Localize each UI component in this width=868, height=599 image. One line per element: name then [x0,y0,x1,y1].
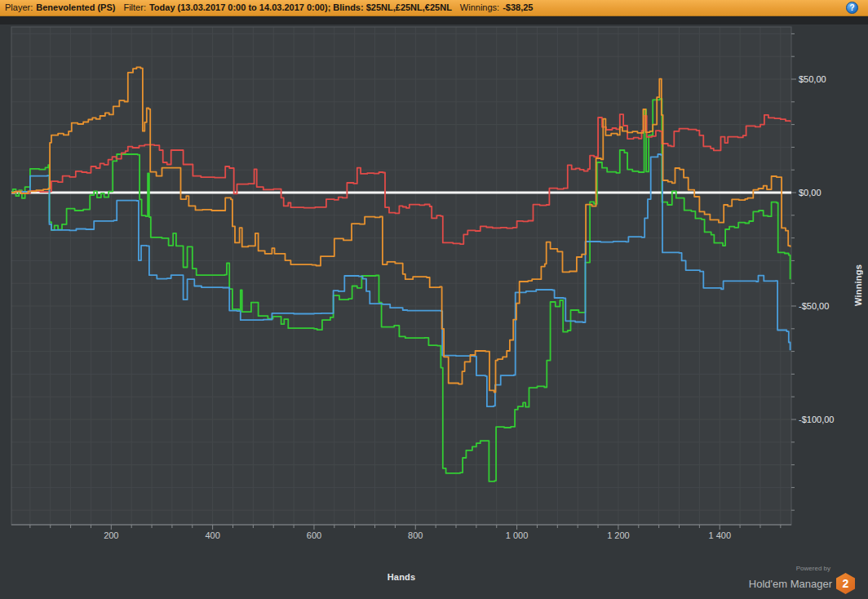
x-tick-label: 800 [408,530,423,540]
winnings-label: Winnings: [460,2,499,12]
x-tick-label: 600 [307,530,321,540]
x-tick-label: 1 000 [506,530,529,540]
hm2-branding: Powered by Hold'em Manager 2 [749,565,855,594]
y-tick-label: $0,00 [799,188,822,197]
filter-label: Filter: [123,2,146,12]
x-tick-label: 200 [104,530,118,540]
toolbar-divider [0,16,868,24]
y-tick-label: -$50,00 [799,301,829,311]
hm2-logo-icon: 2 [836,573,855,594]
player-label: Player: [5,2,33,12]
x-axis-title: Hands [11,572,791,582]
brand-name-text: Hold'em Manager [749,578,832,590]
powered-by-text: Powered by [749,565,830,572]
y-tick-label: -$100,00 [799,415,834,424]
x-tick-label: 400 [205,530,219,540]
hm2-graph-window: Player:Benevolented (PS)Filter:Today (13… [0,0,868,599]
x-tick-label: 1 400 [708,530,731,540]
filter-toolbar: Player:Benevolented (PS)Filter:Today (13… [0,0,868,16]
filter-value: Today (13.03.2017 0:00 to 14.03.2017 0:0… [149,2,452,12]
x-tick-label: 1 200 [607,530,630,540]
winnings-chart-canvas[interactable]: 2004006008001 0001 2001 400$50,00$0,00-$… [0,24,868,599]
winnings-graph-panel: 2004006008001 0001 2001 400$50,00$0,00-$… [0,24,868,599]
y-tick-label: $50,00 [799,74,826,84]
winnings-value: -$38,25 [503,2,533,12]
player-value: Benevolented (PS) [36,2,115,12]
y-axis-title: Winnings [853,264,863,306]
help-icon[interactable]: ? [846,2,858,14]
